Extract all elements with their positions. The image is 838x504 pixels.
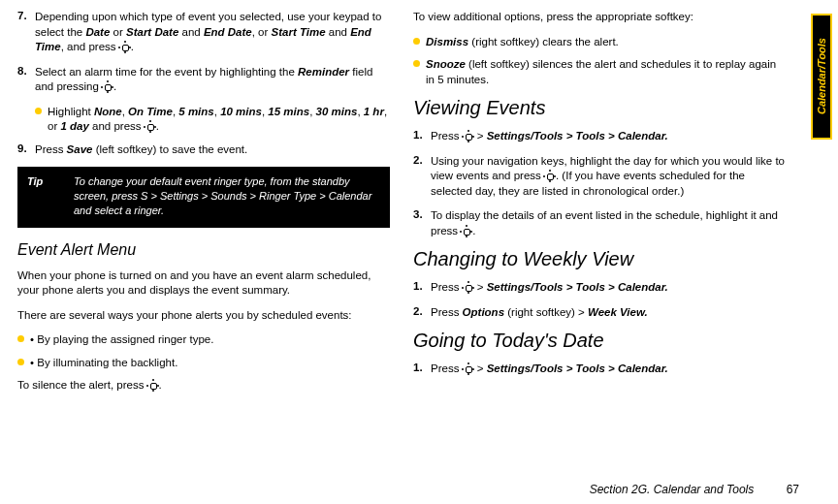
todays-date-title: Going to Today's Date xyxy=(413,330,786,352)
nav-key-icon xyxy=(461,226,472,237)
body-text: There are several ways your phone alerts… xyxy=(17,308,390,324)
side-tab: Calendar/Tools xyxy=(811,14,832,140)
bullet-text: • By playing the assigned ringer type. xyxy=(30,332,213,348)
alert-bullet-1: • By playing the assigned ringer type. xyxy=(17,332,390,348)
step-text: Press Save (left softkey) to save the ev… xyxy=(35,142,390,158)
bullet-icon xyxy=(17,359,24,365)
step-number: 9. xyxy=(17,142,35,158)
view-step-2: 2. Using your navigation keys, highlight… xyxy=(413,154,786,200)
bullet-icon xyxy=(413,60,420,67)
step-number: 1. xyxy=(413,129,431,144)
step-text: Press > Settings/Tools > Tools > Calenda… xyxy=(431,280,786,296)
nav-key-icon xyxy=(463,131,474,142)
right-column: To view additional options, press the ap… xyxy=(413,10,786,403)
bullet-text: Snooze (left softkey) silences the alert… xyxy=(426,57,786,87)
side-tab-label: Calendar/Tools xyxy=(816,38,827,114)
today-step-1: 1. Press > Settings/Tools > Tools > Cale… xyxy=(413,362,786,377)
step-number: 2. xyxy=(413,305,431,321)
page-number: 67 xyxy=(787,483,799,496)
step-number: 1. xyxy=(413,362,431,377)
dismiss-bullet: Dismiss (right softkey) clears the alert… xyxy=(413,35,786,50)
alert-bullet-2: • By illuminating the backlight. xyxy=(17,356,390,371)
snooze-bullet: Snooze (left softkey) silences the alert… xyxy=(413,57,786,87)
step-text: Select an alarm time for the event by hi… xyxy=(35,65,390,95)
step-8: 8. Select an alarm time for the event by… xyxy=(17,65,390,95)
tip-text: To change your default event ringer type… xyxy=(74,174,380,218)
weekly-view-title: Changing to Weekly View xyxy=(413,248,786,270)
step-9: 9. Press Save (left softkey) to save the… xyxy=(17,142,390,158)
week-step-2: 2. Press Options (right softkey) > Week … xyxy=(413,305,786,321)
step-number: 7. xyxy=(17,10,35,55)
nav-key-icon xyxy=(102,81,113,93)
step-text: To display the details of an event liste… xyxy=(431,208,786,238)
nav-key-icon xyxy=(544,171,556,182)
tip-box: Tip To change your default event ringer … xyxy=(17,167,390,228)
nav-key-icon xyxy=(147,380,159,392)
step-text: Depending upon which type of event you s… xyxy=(35,10,390,55)
step-7: 7. Depending upon which type of event yo… xyxy=(17,10,390,55)
view-step-3: 3. To display the details of an event li… xyxy=(413,208,786,238)
nav-key-icon xyxy=(145,121,156,133)
step-number: 3. xyxy=(413,208,431,238)
left-column: 7. Depending upon which type of event yo… xyxy=(17,10,390,403)
step-number: 1. xyxy=(413,280,431,296)
page-content: 7. Depending upon which type of event yo… xyxy=(0,0,838,403)
intro-text: To view additional options, press the ap… xyxy=(413,10,786,25)
nav-key-icon xyxy=(119,42,131,53)
tip-label: Tip xyxy=(27,174,74,218)
view-step-1: 1. Press > Settings/Tools > Tools > Cale… xyxy=(413,129,786,144)
bullet-text: • By illuminating the backlight. xyxy=(30,356,177,371)
sub-text: Highlight None, On Time, 5 mins, 10 mins… xyxy=(48,105,390,135)
step-text: Using your navigation keys, highlight th… xyxy=(431,154,786,200)
body-text: When your phone is turned on and you hav… xyxy=(17,268,390,299)
viewing-events-title: Viewing Events xyxy=(413,97,786,119)
bullet-icon xyxy=(413,38,420,45)
step-number: 2. xyxy=(413,154,431,200)
nav-key-icon xyxy=(463,363,474,375)
bullet-text: Dismiss (right softkey) clears the alert… xyxy=(426,35,619,50)
silence-text: To silence the alert, press . xyxy=(17,378,390,394)
bullet-icon xyxy=(35,108,42,114)
step-text: Press > Settings/Tools > Tools > Calenda… xyxy=(431,129,786,144)
page-footer: Section 2G. Calendar and Tools 67 xyxy=(590,483,799,496)
bullet-icon xyxy=(17,335,24,342)
footer-section: Section 2G. Calendar and Tools xyxy=(590,483,755,496)
step-text: Press Options (right softkey) > Week Vie… xyxy=(431,305,786,321)
step-text: Press > Settings/Tools > Tools > Calenda… xyxy=(431,362,786,377)
step-8-sub: Highlight None, On Time, 5 mins, 10 mins… xyxy=(35,105,390,135)
week-step-1: 1. Press > Settings/Tools > Tools > Cale… xyxy=(413,280,786,296)
step-number: 8. xyxy=(17,65,35,95)
event-alert-menu-title: Event Alert Menu xyxy=(17,241,390,259)
nav-key-icon xyxy=(463,282,474,294)
